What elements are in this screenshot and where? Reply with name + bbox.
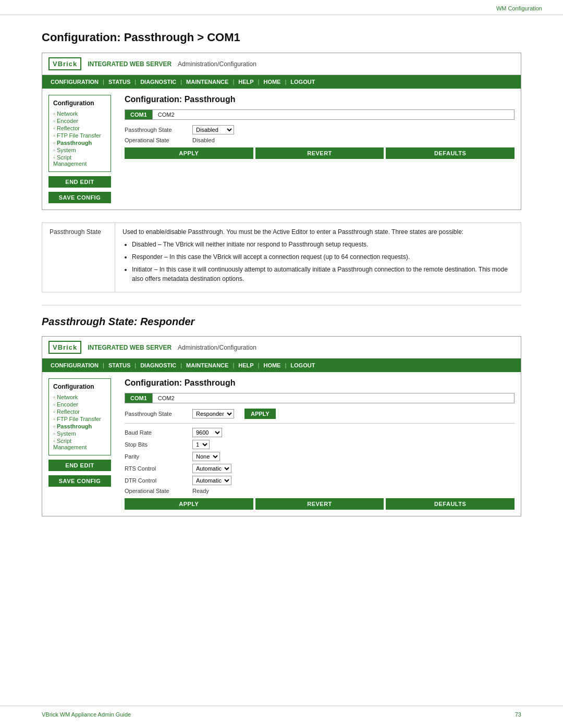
com-tabs-1: COM1 COM2 <box>125 109 515 120</box>
nav-diagnostic-2[interactable]: DIAGNOSTIC <box>137 361 179 369</box>
nav-maintenance-1[interactable]: MAINTENANCE <box>183 78 231 86</box>
passthrough-state-select-2[interactable]: Disabled Responder Initiator <box>192 409 234 418</box>
section-divider <box>42 305 521 305</box>
desc-term: Passthrough State <box>42 223 115 292</box>
integrated-label-2: INTEGRATED WEB SERVER <box>88 344 172 351</box>
nav-bar-1: CONFIGURATION | STATUS | DIAGNOSTIC | MA… <box>42 75 521 89</box>
footer-right: 73 <box>515 711 521 718</box>
nav-help-1[interactable]: HELP <box>235 78 256 86</box>
sidebar-item-passthrough-2[interactable]: Passthrough <box>53 423 106 430</box>
end-edit-btn-2[interactable]: END EDIT <box>48 460 111 471</box>
sidebar-item-script-1[interactable]: Script Management <box>53 154 106 167</box>
dtr-row: DTR Control Automatic On Off <box>125 476 515 485</box>
desc-body: Used to enable/disable Passthrough. You … <box>115 223 521 292</box>
baud-rate-select[interactable]: 9600 19200 <box>192 428 222 437</box>
sidebar-title-2: Configuration <box>53 383 106 390</box>
sidebar-item-passthrough-1[interactable]: Passthrough <box>53 139 106 146</box>
save-config-btn-1[interactable]: SAVE CONFIG <box>48 192 111 203</box>
config-title-1: Configuration: Passthrough <box>125 95 515 104</box>
sidebar-item-encoder-1[interactable]: Encoder <box>53 117 106 125</box>
sidebar-2: Configuration Network Encoder Reflector … <box>48 378 116 510</box>
nav-home-1[interactable]: HOME <box>260 78 284 86</box>
com2-tab-2[interactable]: COM2 <box>153 393 180 403</box>
sidebar-item-ftp-1[interactable]: FTP File Transfer <box>53 132 106 139</box>
desc-bullets: Disabled – The VBrick will neither initi… <box>123 240 513 283</box>
revert-btn-2[interactable]: REVERT <box>255 498 384 510</box>
sidebar-title-1: Configuration <box>53 100 106 107</box>
footer-left: VBrick WM Appliance Admin Guide <box>42 711 131 718</box>
operational-state-row-1: Operational State Disabled <box>125 137 515 143</box>
com2-tab-1[interactable]: COM2 <box>153 110 180 119</box>
browser-body-1: Configuration Network Encoder Reflector … <box>42 89 521 209</box>
sidebar-item-system-2[interactable]: System <box>53 430 106 437</box>
operational-state-value-1: Disabled <box>192 137 215 143</box>
page-header: WM Configuration <box>0 0 563 15</box>
dtr-select[interactable]: Automatic On Off <box>192 476 231 485</box>
sidebar-item-network-1[interactable]: Network <box>53 110 106 117</box>
nav-bar-2: CONFIGURATION | STATUS | DIAGNOSTIC | MA… <box>42 359 521 372</box>
sidebar-1: Configuration Network Encoder Reflector … <box>48 95 116 203</box>
nav-configuration-1[interactable]: CONFIGURATION <box>47 78 102 86</box>
stop-bits-select[interactable]: 1 2 <box>192 440 210 449</box>
save-config-btn-2[interactable]: SAVE CONFIG <box>48 475 111 487</box>
apply-btn-2[interactable]: APPLY <box>125 498 253 510</box>
page-footer: VBrick WM Appliance Admin Guide 73 <box>0 706 563 718</box>
sidebar-box-2: Configuration Network Encoder Reflector … <box>48 378 111 455</box>
section2-title: Passthrough State: Responder <box>42 316 521 328</box>
com1-tab-2[interactable]: COM1 <box>125 393 153 403</box>
passthrough-state-row-2: Passthrough State Disabled Responder Ini… <box>125 409 515 419</box>
desc-bullet-1: Disabled – The VBrick will neither initi… <box>132 240 513 249</box>
sidebar-item-network-2[interactable]: Network <box>53 393 106 401</box>
vbrick-logo-2: VBrick <box>48 341 81 354</box>
apply-btn-1[interactable]: APPLY <box>125 147 253 159</box>
admin-label-1: Administration/Configuration <box>178 60 256 68</box>
sidebar-item-reflector-2[interactable]: Reflector <box>53 408 106 415</box>
header-label: WM Configuration <box>496 5 542 11</box>
browser-frame-1: VBrick INTEGRATED WEB SERVER Administrat… <box>42 53 521 210</box>
main-content-1: Configuration: Passthrough COM1 COM2 Pas… <box>116 95 515 203</box>
config-title-2: Configuration: Passthrough <box>125 378 515 388</box>
sidebar-item-ftp-2[interactable]: FTP File Transfer <box>53 415 106 423</box>
sidebar-item-encoder-2[interactable]: Encoder <box>53 401 106 408</box>
section1-title: Configuration: Passthrough > COM1 <box>42 31 521 44</box>
inline-apply-btn-2[interactable]: APPLY <box>244 409 276 419</box>
desc-intro: Used to enable/disable Passthrough. You … <box>123 228 463 236</box>
com-tabs-2: COM1 COM2 <box>125 393 515 403</box>
parity-select[interactable]: None Even Odd <box>192 452 220 461</box>
vbrick-logo-1: VBrick <box>48 57 81 70</box>
browser-frame-2: VBrick INTEGRATED WEB SERVER Administrat… <box>42 336 521 516</box>
revert-btn-1[interactable]: REVERT <box>255 147 384 159</box>
sidebar-item-reflector-1[interactable]: Reflector <box>53 125 106 132</box>
end-edit-btn-1[interactable]: END EDIT <box>48 176 111 188</box>
defaults-btn-1[interactable]: DEFAULTS <box>386 147 515 159</box>
nav-logout-2[interactable]: LOGOUT <box>287 361 318 369</box>
nav-status-1[interactable]: STATUS <box>105 78 133 86</box>
action-btns-2: APPLY REVERT DEFAULTS <box>125 498 515 510</box>
browser-topbar-2: VBrick INTEGRATED WEB SERVER Administrat… <box>42 337 521 359</box>
com1-tab-1[interactable]: COM1 <box>125 110 153 119</box>
rts-select[interactable]: Automatic On Off <box>192 464 231 473</box>
nav-home-2[interactable]: HOME <box>260 361 284 369</box>
desc-row: Passthrough State Used to enable/disable… <box>42 223 521 292</box>
passthrough-state-label-1: Passthrough State <box>125 127 192 133</box>
defaults-btn-2[interactable]: DEFAULTS <box>386 498 515 510</box>
main-content-2: Configuration: Passthrough COM1 COM2 Pas… <box>116 378 515 510</box>
operational-state-row-2: Operational State Ready <box>125 488 515 494</box>
nav-diagnostic-1[interactable]: DIAGNOSTIC <box>137 78 179 86</box>
passthrough-state-select-1[interactable]: Disabled Responder Initiator <box>192 125 234 134</box>
nav-help-2[interactable]: HELP <box>235 361 256 369</box>
browser-topbar-1: VBrick INTEGRATED WEB SERVER Administrat… <box>42 53 521 75</box>
rts-row: RTS Control Automatic On Off <box>125 464 515 473</box>
nav-status-2[interactable]: STATUS <box>105 361 133 369</box>
sidebar-item-script-2[interactable]: Script Management <box>53 437 106 451</box>
parity-label: Parity <box>125 453 192 460</box>
nav-logout-1[interactable]: LOGOUT <box>287 78 318 86</box>
nav-configuration-2[interactable]: CONFIGURATION <box>47 361 102 369</box>
sidebar-box-1: Configuration Network Encoder Reflector … <box>48 95 111 172</box>
nav-maintenance-2[interactable]: MAINTENANCE <box>183 361 231 369</box>
sidebar-item-system-1[interactable]: System <box>53 146 106 154</box>
stop-bits-row: Stop Bits 1 2 <box>125 440 515 449</box>
admin-label-2: Administration/Configuration <box>178 344 256 351</box>
operational-state-value-2: Ready <box>192 488 209 494</box>
baud-rate-row: Baud Rate 9600 19200 <box>125 428 515 437</box>
